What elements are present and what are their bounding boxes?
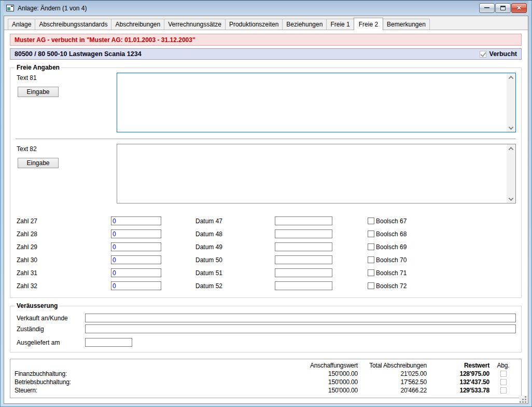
anschaffungswert-value: 150'000.00 [280, 370, 358, 377]
scroll-up-button[interactable] [507, 73, 515, 82]
field-row: Zahl 31 Datum 51 Boolsch 71 [17, 266, 516, 279]
datum-label: Datum 47 [195, 218, 275, 225]
boolsch-checkbox[interactable] [368, 218, 374, 224]
text81-eingabe-button[interactable]: Eingabe [18, 87, 59, 97]
verbucht-field: Verbucht [480, 50, 517, 58]
zustaendig-input[interactable] [85, 324, 516, 333]
text81-scrollbar[interactable] [507, 73, 515, 132]
zahl-input[interactable] [111, 229, 161, 238]
zahl-input[interactable] [111, 281, 161, 290]
chevron-up-icon [509, 146, 514, 152]
zahl-label: Zahl 28 [17, 230, 111, 238]
scroll-up-button[interactable] [507, 144, 515, 153]
restwert-value: 128'975.00 [427, 370, 489, 377]
posting-banner-text: Muster AG - verbucht in "Muster AG: 01.0… [15, 36, 195, 44]
datum-label: Datum 50 [195, 256, 275, 264]
tab-abschreibungsstandards[interactable]: Abschreibungsstandards [35, 19, 111, 30]
minimize-button[interactable] [479, 3, 495, 13]
chevron-down-icon [509, 196, 514, 201]
datum-input[interactable] [275, 242, 332, 251]
zahl-label: Zahl 31 [17, 269, 111, 277]
veraeusserung-title: Veräusserung [15, 302, 59, 309]
boolsch-checkbox[interactable] [368, 230, 374, 237]
chevron-up-icon [509, 75, 514, 80]
window-icon [6, 5, 14, 11]
zahl-input[interactable] [111, 216, 161, 225]
text82-scrollbar[interactable] [507, 144, 515, 203]
text82-textarea[interactable] [117, 144, 507, 203]
maximize-button[interactable] [495, 3, 511, 13]
text82-eingabe-button[interactable]: Eingabe [18, 158, 59, 168]
column-abg: Abg. [489, 362, 517, 369]
close-button[interactable]: ✕ [511, 3, 527, 13]
zahl-input[interactable] [111, 268, 161, 277]
client-area: AnlageAbschreibungsstandardsAbschreibung… [4, 16, 528, 404]
zustaendig-row: Zuständig [17, 324, 516, 333]
tab-abschreibungen[interactable]: Abschreibungen [111, 19, 164, 30]
tab-freie-1[interactable]: Freie 1 [326, 19, 354, 30]
record-title: 80500 / 80 500-10 Lastwagen Scania 1234 [15, 50, 142, 58]
datum-input[interactable] [275, 229, 332, 238]
zahl-label: Zahl 29 [17, 243, 111, 251]
scroll-down-button[interactable] [507, 195, 515, 203]
verbucht-label: Verbucht [489, 50, 517, 58]
freie-angaben-title: Freie Angaben [15, 64, 61, 71]
dialog-window: Anlage: Ändern (1 von 4) ✕ AnlageAbschre… [0, 0, 532, 407]
summary-header-row: Anschaffungswert Total Abschreibungen Re… [15, 361, 517, 370]
verkauft-row: Verkauft an/Kunde [17, 314, 516, 322]
tab-beziehungen[interactable]: Beziehungen [282, 19, 327, 30]
close-icon: ✕ [516, 5, 521, 11]
ausgeliefert-row: Ausgeliefert am [17, 338, 516, 347]
titlebar: Anlage: Ändern (1 von 4) ✕ [4, 1, 528, 16]
boolsch-checkbox[interactable] [368, 269, 374, 276]
datum-input[interactable] [275, 216, 332, 225]
verkauft-input[interactable] [85, 314, 516, 322]
boolsch-label: Boolsch 71 [376, 269, 407, 277]
boolsch-checkbox[interactable] [368, 282, 374, 289]
tab-verrechnungssätze[interactable]: Verrechnungssätze [164, 19, 226, 30]
summary-row: Betriebsbuchhaltung: 150'000.00 17'562.5… [15, 378, 517, 386]
datum-input[interactable] [275, 268, 332, 277]
ausgeliefert-label: Ausgeliefert am [17, 339, 85, 346]
text82-textbox [117, 144, 516, 204]
summary-rows: Finanzbuchhaltung: 150'000.00 21'025.00 … [15, 370, 517, 395]
text81-textarea[interactable] [117, 73, 507, 132]
total-abschreibungen-value: 20'466.22 [358, 387, 427, 394]
section-separator [16, 139, 516, 139]
tab-produktionszeiten[interactable]: Produktionszeiten [225, 19, 283, 30]
group-freie-angaben: Freie Angaben Text 81 Eingabe [10, 64, 522, 298]
datum-input[interactable] [275, 281, 332, 290]
datum-label: Datum 52 [195, 282, 275, 290]
zahl-label: Zahl 32 [17, 282, 111, 290]
resize-grip[interactable] [519, 396, 528, 403]
datum-input[interactable] [275, 255, 332, 264]
verbucht-checkbox[interactable] [480, 51, 486, 58]
ausgeliefert-input[interactable] [85, 338, 132, 347]
boolsch-label: Boolsch 72 [376, 282, 407, 290]
abg-checkbox[interactable] [500, 371, 507, 377]
minimize-icon [484, 7, 489, 9]
tab-freie-2[interactable]: Freie 2 [354, 18, 383, 30]
abg-checkbox[interactable] [500, 387, 507, 394]
zahl-label: Zahl 30 [17, 256, 111, 264]
boolsch-label: Boolsch 70 [376, 256, 407, 264]
tab-anlage[interactable]: Anlage [8, 19, 35, 30]
zahl-input[interactable] [111, 242, 161, 251]
scroll-down-button[interactable] [507, 124, 515, 132]
abg-checkbox[interactable] [500, 379, 507, 385]
verkauft-label: Verkauft an/Kunde [17, 315, 85, 322]
anschaffungswert-value: 150'000.00 [280, 387, 358, 394]
field-row: Zahl 30 Datum 50 Boolsch 70 [17, 253, 516, 266]
summary-panel: Anschaffungswert Total Abschreibungen Re… [10, 359, 522, 398]
boolsch-checkbox[interactable] [368, 243, 374, 250]
total-abschreibungen-value: 21'025.00 [358, 370, 427, 377]
zahl-label: Zahl 27 [17, 218, 111, 225]
boolsch-checkbox[interactable] [368, 256, 374, 263]
chevron-down-icon [509, 125, 514, 130]
boolsch-label: Boolsch 68 [376, 230, 407, 238]
tab-bemerkungen[interactable]: Bemerkungen [383, 19, 430, 30]
anschaffungswert-value: 150'000.00 [280, 378, 358, 386]
restwert-value: 129'533.78 [427, 387, 489, 394]
zahl-input[interactable] [111, 255, 161, 264]
field-row: Zahl 29 Datum 49 Boolsch 69 [17, 240, 516, 253]
